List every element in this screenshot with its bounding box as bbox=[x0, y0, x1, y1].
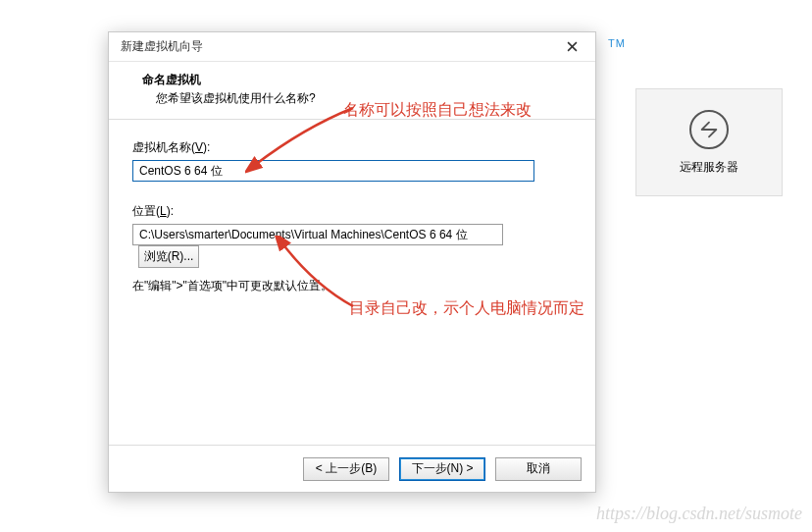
titlebar: 新建虚拟机向导 bbox=[109, 32, 595, 62]
vm-name-label: 虚拟机名称(V): bbox=[132, 139, 572, 156]
cancel-button[interactable]: 取消 bbox=[495, 457, 582, 481]
header-title: 命名虚拟机 bbox=[142, 72, 576, 88]
wizard-header: 命名虚拟机 您希望该虚拟机使用什么名称? bbox=[109, 62, 595, 120]
remote-server-label: 远程服务器 bbox=[680, 159, 738, 176]
trademark-text: TM bbox=[608, 37, 626, 49]
back-button[interactable]: < 上一步(B) bbox=[303, 457, 389, 481]
browse-button[interactable]: 浏览(R)... bbox=[138, 245, 199, 268]
header-subtitle: 您希望该虚拟机使用什么名称? bbox=[142, 90, 576, 107]
next-button[interactable]: 下一步(N) > bbox=[399, 457, 485, 481]
close-button[interactable] bbox=[552, 33, 591, 61]
dialog-title: 新建虚拟机向导 bbox=[121, 38, 203, 55]
vm-location-input[interactable] bbox=[132, 224, 503, 245]
remote-server-tile[interactable]: 远程服务器 bbox=[635, 88, 783, 196]
vm-name-input[interactable] bbox=[132, 160, 534, 182]
location-hint: 在"编辑">"首选项"中可更改默认位置。 bbox=[132, 278, 572, 294]
vm-location-label: 位置(L): bbox=[132, 203, 572, 220]
wizard-content: 虚拟机名称(V): 位置(L): 浏览(R)... 在"编辑">"首选项"中可更… bbox=[109, 120, 595, 445]
remote-server-icon bbox=[689, 110, 729, 149]
close-icon bbox=[567, 41, 578, 52]
watermark: https://blog.csdn.net/susmote bbox=[596, 504, 802, 524]
wizard-footer: < 上一步(B) 下一步(N) > 取消 bbox=[109, 445, 595, 492]
new-vm-wizard-dialog: 新建虚拟机向导 命名虚拟机 您希望该虚拟机使用什么名称? 虚拟机名称(V): 位… bbox=[108, 31, 596, 493]
